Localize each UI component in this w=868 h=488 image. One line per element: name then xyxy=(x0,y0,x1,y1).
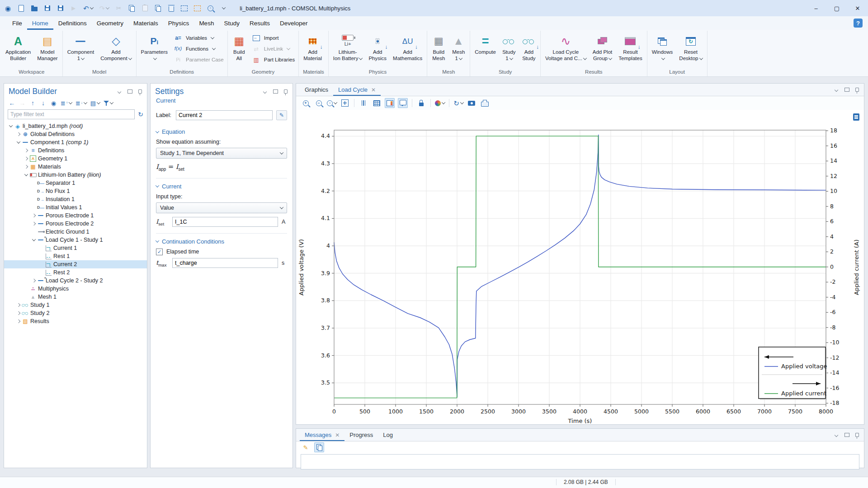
ribbon-button-parameters[interactable]: Pi Parameters xyxy=(138,32,171,63)
delete-icon[interactable] xyxy=(168,5,175,12)
model-builder-menu-icon[interactable] xyxy=(116,89,123,95)
show-icon[interactable]: ◉ xyxy=(50,99,57,107)
tree-item-component-1[interactable]: Component 1 (comp 1) xyxy=(4,138,147,146)
label-input[interactable] xyxy=(176,110,273,120)
redo-icon[interactable]: ↷ xyxy=(99,5,109,12)
tree-item-rest-2[interactable]: Rest 2 xyxy=(4,268,147,277)
move-down-icon[interactable]: ↓ xyxy=(40,99,47,107)
tree-item-insulation-1[interactable]: D→ Insulation 1 xyxy=(4,195,147,203)
copy-messages-icon[interactable] xyxy=(314,442,324,452)
ribbon-button-lithium-ion-battery[interactable]: Li+ Lithium- Ion Battery xyxy=(330,32,366,63)
menu-tab-mesh[interactable]: Mesh xyxy=(194,16,219,30)
tab-progress[interactable]: Progress xyxy=(344,429,378,441)
ribbon-button-import[interactable]: ← Import xyxy=(251,33,295,42)
zoom-out-icon[interactable]: − xyxy=(314,98,324,108)
ribbon-button-add-material[interactable]: ↓ Add Material xyxy=(300,32,325,63)
messages-pin-icon[interactable] xyxy=(854,432,860,438)
run-icon[interactable]: ▶ xyxy=(70,5,77,12)
color-theme-icon[interactable] xyxy=(435,98,445,108)
close-button[interactable]: ✕ xyxy=(847,0,868,16)
iset-input[interactable] xyxy=(172,217,278,227)
x-axis-grid-icon[interactable] xyxy=(359,98,368,108)
tree-item-current-1[interactable]: Current 1 xyxy=(4,244,147,252)
tree-item-multiphysics[interactable]: ∴ Multiphysics xyxy=(4,285,147,293)
plot-image-icon[interactable] xyxy=(853,113,859,121)
go-back-icon[interactable]: ← xyxy=(9,99,15,107)
rename-icon[interactable]: ✎ xyxy=(276,110,287,120)
minimize-button[interactable]: – xyxy=(806,0,826,16)
ribbon-button-study-1[interactable]: Study 1 xyxy=(499,32,519,63)
settings-float-icon[interactable] xyxy=(272,89,278,95)
ribbon-button-component-1[interactable]: Component 1 xyxy=(64,32,97,63)
tree-item-global-definitions[interactable]: ⊕ Global Definitions xyxy=(4,130,147,138)
expander-icon[interactable] xyxy=(31,214,37,217)
undo-icon[interactable]: ↶ xyxy=(83,5,93,12)
ribbon-button-add-component[interactable]: ◇ Add Component xyxy=(97,32,134,63)
elapsed-time-checkbox[interactable]: ✓ xyxy=(156,249,163,255)
graphics-pin-icon[interactable] xyxy=(854,87,860,93)
tree-item-materials[interactable]: ▦ Materials xyxy=(4,163,147,171)
input-type-dropdown[interactable]: Value xyxy=(156,202,287,213)
menu-tab-materials[interactable]: Materials xyxy=(128,16,163,30)
tree-item-geometry-1[interactable]: A Geometry 1 xyxy=(4,155,147,163)
tree-item-load-cycle-1-study-1[interactable]: Load Cycle 1 - Study 1 xyxy=(4,236,147,244)
duplicate-icon[interactable] xyxy=(155,5,161,12)
model-builder-float-icon[interactable] xyxy=(127,89,133,95)
ribbon-button-part-libraries[interactable]: ▥ Part Libraries xyxy=(251,55,295,64)
zoom-extents-icon[interactable] xyxy=(340,98,350,108)
help-button[interactable]: ? xyxy=(854,19,863,28)
menu-tab-results[interactable]: Results xyxy=(245,16,275,30)
expander-icon[interactable] xyxy=(15,141,21,144)
graphics-menu-icon[interactable] xyxy=(833,87,840,93)
ribbon-button-add-study[interactable]: ↓ Add Study xyxy=(519,32,539,63)
expander-icon[interactable] xyxy=(23,165,29,168)
tree-item-separator-1[interactable]: D— Separator 1 xyxy=(4,179,147,187)
tree-item-initial-values-1[interactable]: D— Initial Values 1 xyxy=(4,203,147,211)
equation-study-dropdown[interactable]: Study 1, Time Dependent xyxy=(156,148,287,159)
expander-icon[interactable] xyxy=(8,125,14,127)
expander-icon[interactable] xyxy=(31,239,37,241)
ribbon-button-mesh-1[interactable]: ▲ Mesh 1 xyxy=(448,32,468,63)
refresh-icon[interactable]: ↻ xyxy=(138,111,143,117)
expander-icon[interactable] xyxy=(15,304,21,306)
settings-pin-icon[interactable] xyxy=(283,89,289,95)
copy-icon[interactable] xyxy=(128,5,135,12)
legend-toggle-icon[interactable] xyxy=(385,98,395,108)
print-icon[interactable] xyxy=(480,98,490,108)
tree-item-results[interactable]: ▧ Results xyxy=(4,317,147,325)
ribbon-button-add-mathematics[interactable]: ΔU↓ Add Mathematics xyxy=(390,32,425,63)
toolbar-overflow-icon[interactable] xyxy=(220,5,227,12)
ribbon-button-windows[interactable]: Windows xyxy=(649,32,676,63)
grid-icon[interactable] xyxy=(372,98,382,108)
new-file-icon[interactable] xyxy=(18,5,24,12)
filter-icon[interactable] xyxy=(104,99,113,107)
maximize-button[interactable]: ▢ xyxy=(826,0,847,16)
tree-item-li-battery-1d-mph[interactable]: ◈ li_battery_1d.mph (root) xyxy=(4,122,147,130)
section-current[interactable]: Current xyxy=(156,178,287,190)
graphics-float-icon[interactable] xyxy=(844,87,850,93)
image-snapshot-icon[interactable] xyxy=(467,98,476,108)
expander-icon[interactable] xyxy=(15,133,21,136)
plot-canvas[interactable]: 0500100015002000250030003500400045005000… xyxy=(296,110,864,424)
tmax-input[interactable] xyxy=(172,258,278,268)
plot-update-icon[interactable]: ↻ xyxy=(453,98,463,108)
ribbon-button-reset-desktop[interactable]: ↻ Reset Desktop xyxy=(676,32,705,63)
ribbon-button-parameter-case[interactable]: Pi Parameter Case xyxy=(173,55,224,64)
expander-icon[interactable] xyxy=(15,320,21,323)
zoom-in-icon[interactable]: + xyxy=(301,98,311,108)
comsol-logo-icon[interactable]: ◉ xyxy=(5,5,11,12)
tree-item-porous-electrode-2[interactable]: Porous Electrode 2 xyxy=(4,220,147,228)
tab-log[interactable]: Log xyxy=(378,429,398,441)
tree-item-electric-ground-1[interactable]: Electric Ground 1 xyxy=(4,228,147,236)
clear-messages-icon[interactable]: ✎ xyxy=(301,442,311,452)
close-icon[interactable]: ✕ xyxy=(335,432,340,438)
tree-item-definitions[interactable]: ≡ Definitions xyxy=(4,146,147,155)
view-lock-icon[interactable] xyxy=(416,98,426,108)
clear-selection-icon[interactable] xyxy=(194,5,201,12)
expander-icon[interactable] xyxy=(23,157,29,160)
model-builder-pin-icon[interactable] xyxy=(137,89,143,95)
zoom-box-icon[interactable]: ▫ xyxy=(327,98,337,108)
ribbon-button-load-cycle-voltage-and-c[interactable]: ∿ Load Cycle Voltage and C... xyxy=(542,32,590,63)
ribbon-button-result-templates[interactable]: ↓ Result Templates xyxy=(615,32,645,63)
expander-icon[interactable] xyxy=(31,222,37,225)
